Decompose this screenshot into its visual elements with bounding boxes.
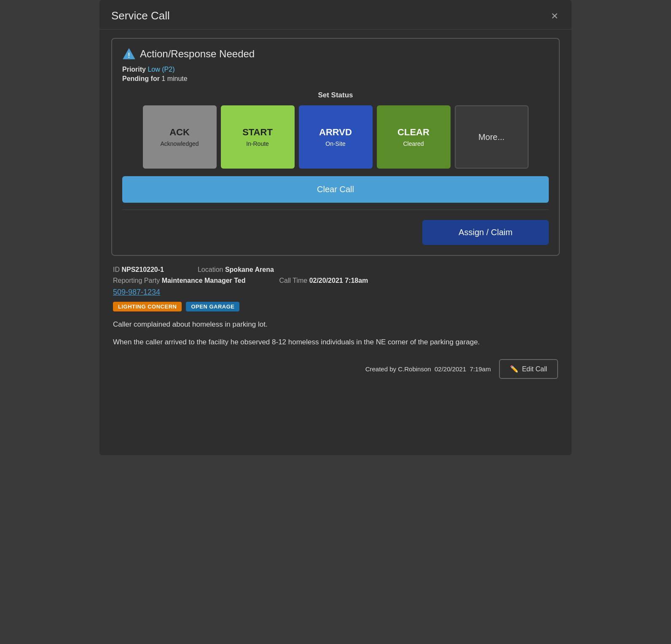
- created-label: Created by: [365, 365, 396, 373]
- priority-row: Priority Low (P2): [122, 66, 549, 73]
- modal-body: ! Action/Response Needed Priority Low (P…: [99, 30, 572, 391]
- call-time-label: Call Time: [279, 277, 307, 284]
- pending-row: Pending for 1 minute: [122, 75, 549, 83]
- description-1: Caller complained about homeless in park…: [113, 319, 558, 330]
- clear-sub-label: Cleared: [403, 140, 424, 147]
- info-section: ID NPS210220-1 Location Spokane Arena Re…: [111, 266, 560, 379]
- edit-call-label: Edit Call: [522, 365, 547, 373]
- svg-text:!: !: [128, 52, 130, 59]
- set-status-title: Set Status: [122, 91, 549, 99]
- ack-label: ACK: [169, 127, 190, 138]
- arrvd-label: ARRVD: [319, 127, 352, 138]
- start-sub-label: In-Route: [246, 140, 269, 147]
- location-label: Location: [198, 266, 223, 273]
- divider: [122, 209, 549, 210]
- service-call-modal: Service Call × ! Action/Response Needed …: [99, 0, 572, 455]
- modal-header: Service Call ×: [99, 0, 572, 30]
- pending-label: Pending for: [122, 75, 160, 82]
- edit-icon: ✏️: [510, 365, 518, 373]
- more-label: More...: [478, 132, 505, 142]
- clear-label: CLEAR: [397, 127, 429, 138]
- priority-label: Priority: [122, 66, 146, 73]
- created-text: Created by C.Robinson 02/20/2021 7:19am: [365, 365, 491, 373]
- assign-claim-button[interactable]: Assign / Claim: [422, 220, 549, 245]
- reporting-field: Reporting Party Maintenance Manager Ted: [113, 277, 245, 284]
- action-card: ! Action/Response Needed Priority Low (P…: [111, 38, 560, 256]
- reporting-value: Maintenance Manager Ted: [162, 277, 246, 284]
- phone-link[interactable]: 509-987-1234: [113, 288, 558, 297]
- status-arrvd-button[interactable]: ARRVD On-Site: [299, 105, 373, 169]
- reporting-label: Reporting Party: [113, 277, 160, 284]
- call-time-field: Call Time 02/20/2021 7:18am: [279, 277, 368, 284]
- location-value: Spokane Arena: [225, 266, 274, 273]
- modal-title: Service Call: [111, 9, 170, 22]
- reporting-calltime-row: Reporting Party Maintenance Manager Ted …: [113, 277, 558, 284]
- ack-sub-label: Acknowledged: [160, 140, 199, 147]
- id-value: NPS210220-1: [121, 266, 164, 273]
- tag-open-garage: OPEN GARAGE: [186, 302, 239, 311]
- status-clear-button[interactable]: CLEAR Cleared: [377, 105, 451, 169]
- id-location-row: ID NPS210220-1 Location Spokane Arena: [113, 266, 558, 274]
- created-date: 02/20/2021: [435, 365, 466, 373]
- id-field: ID NPS210220-1: [113, 266, 164, 274]
- tag-lighting-concern: LIGHTING CONCERN: [113, 302, 182, 311]
- description-2: When the caller arrived to the facility …: [113, 337, 558, 348]
- pending-value: 1 minute: [161, 75, 187, 82]
- id-label: ID: [113, 266, 120, 273]
- tags-container: LIGHTING CONCERN OPEN GARAGE: [113, 302, 558, 311]
- status-start-button[interactable]: START In-Route: [221, 105, 295, 169]
- assign-row: Assign / Claim: [122, 218, 549, 245]
- start-label: START: [242, 127, 273, 138]
- status-buttons: ACK Acknowledged START In-Route ARRVD On…: [122, 105, 549, 169]
- edit-call-button[interactable]: ✏️ Edit Call: [499, 359, 558, 379]
- status-more-button[interactable]: More...: [455, 105, 529, 169]
- clear-call-button[interactable]: Clear Call: [122, 176, 549, 203]
- close-button[interactable]: ×: [550, 10, 560, 22]
- call-time-value: 02/20/2021 7:18am: [309, 277, 368, 284]
- priority-value: Low (P2): [148, 66, 174, 73]
- alert-header: ! Action/Response Needed: [122, 47, 549, 61]
- alert-title: Action/Response Needed: [140, 48, 255, 60]
- location-field: Location Spokane Arena: [198, 266, 274, 274]
- created-by: C.Robinson: [398, 365, 431, 373]
- footer-row: Created by C.Robinson 02/20/2021 7:19am …: [113, 359, 558, 379]
- arrvd-sub-label: On-Site: [325, 140, 345, 147]
- created-time: 7:19am: [470, 365, 491, 373]
- alert-triangle-icon: !: [122, 47, 136, 61]
- status-ack-button[interactable]: ACK Acknowledged: [143, 105, 217, 169]
